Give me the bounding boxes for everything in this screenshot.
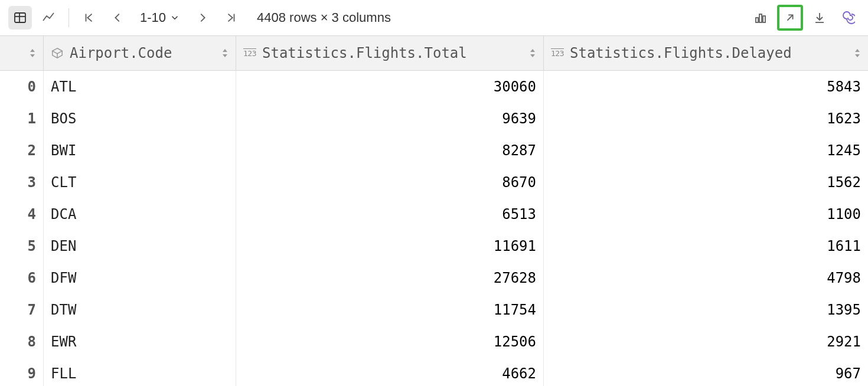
cell-delayed: 1611 (544, 230, 868, 262)
spiral-icon (841, 11, 855, 25)
chevron-left-icon (111, 11, 124, 24)
last-page-icon (224, 11, 237, 24)
toolbar: 1-10 4408 rows × 3 columns (0, 0, 868, 35)
cell-total: 8287 (236, 135, 544, 166)
sort-icon (29, 48, 36, 58)
cell-delayed: 967 (544, 358, 868, 386)
svg-rect-7 (763, 16, 765, 22)
cell-airport-code: EWR (44, 326, 236, 358)
svg-marker-15 (223, 49, 227, 52)
column-header-index[interactable] (0, 36, 44, 70)
cell-airport-code: CLT (44, 166, 236, 198)
row-index: 7 (0, 294, 44, 326)
cell-delayed: 1100 (544, 198, 868, 230)
table-row[interactable]: 5 DEN 11691 1611 (0, 230, 868, 262)
table-view-button[interactable] (8, 6, 32, 30)
cell-airport-code: DCA (44, 198, 236, 230)
sort-icon (221, 48, 229, 58)
table-row[interactable]: 0 ATL 30060 5843 (0, 71, 868, 103)
row-index: 6 (0, 262, 44, 294)
svg-marker-11 (30, 49, 35, 52)
row-index: 0 (0, 71, 44, 103)
svg-line-8 (787, 15, 792, 20)
cell-airport-code: ATL (44, 71, 236, 103)
cell-delayed: 5843 (544, 71, 868, 103)
cell-total: 8670 (236, 166, 544, 198)
row-index: 1 (0, 103, 44, 135)
ai-button[interactable] (836, 6, 860, 30)
chevron-right-icon (196, 11, 209, 24)
number-type-icon: 123 (243, 49, 256, 58)
cell-delayed: 1395 (544, 294, 868, 326)
page-range-label: 1-10 (140, 10, 166, 25)
open-in-new-button[interactable] (781, 8, 800, 27)
cell-delayed: 1245 (544, 135, 868, 166)
svg-rect-5 (756, 18, 758, 22)
table-header: Airport.Code 123 Statistics.Flights.Tota… (0, 35, 868, 71)
column-header-airport-code[interactable]: Airport.Code (44, 36, 236, 70)
sort-toggle[interactable] (854, 48, 861, 58)
row-index: 8 (0, 326, 44, 358)
open-in-new-icon (784, 11, 797, 24)
cube-icon (51, 47, 64, 60)
sort-toggle[interactable] (529, 48, 536, 58)
row-index: 4 (0, 198, 44, 230)
next-page-button[interactable] (191, 6, 214, 30)
table-row[interactable]: 3 CLT 8670 1562 (0, 166, 868, 198)
sort-toggle[interactable] (29, 48, 36, 58)
line-chart-icon (41, 11, 56, 25)
cell-delayed: 2921 (544, 326, 868, 358)
cell-total: 30060 (236, 71, 544, 103)
download-icon (812, 11, 827, 25)
bar-chart-icon (753, 11, 768, 25)
cell-airport-code: BWI (44, 135, 236, 166)
svg-marker-12 (30, 54, 35, 57)
table-body: 0 ATL 30060 5843 1 BOS 9639 1623 2 BWI 8… (0, 71, 868, 386)
cell-airport-code: BOS (44, 103, 236, 135)
svg-marker-18 (530, 54, 535, 57)
column-name: Airport.Code (70, 45, 172, 61)
table-row[interactable]: 9 FLL 4662 967 (0, 358, 868, 386)
first-page-icon (83, 11, 96, 24)
chart-view-button[interactable] (37, 6, 60, 30)
row-index: 9 (0, 358, 44, 386)
cell-airport-code: DEN (44, 230, 236, 262)
table-row[interactable]: 4 DCA 6513 1100 (0, 198, 868, 230)
open-in-new-highlight (777, 5, 803, 31)
table-row[interactable]: 6 DFW 27628 4798 (0, 262, 868, 294)
number-type-icon: 123 (551, 49, 564, 58)
column-name: Statistics.Flights.Total (262, 45, 467, 61)
sort-icon (529, 48, 536, 58)
last-page-button[interactable] (219, 6, 243, 30)
table-icon (13, 11, 27, 25)
cell-total: 11754 (236, 294, 544, 326)
row-index: 5 (0, 230, 44, 262)
table-row[interactable]: 2 BWI 8287 1245 (0, 135, 868, 166)
table-row[interactable]: 8 EWR 12506 2921 (0, 326, 868, 358)
stats-button[interactable] (749, 6, 772, 30)
column-header-total[interactable]: 123 Statistics.Flights.Total (236, 36, 544, 70)
table-row[interactable]: 1 BOS 9639 1623 (0, 103, 868, 135)
svg-marker-13 (53, 48, 63, 54)
toolbar-divider (68, 8, 69, 27)
sort-toggle[interactable] (221, 48, 229, 58)
cell-airport-code: DTW (44, 294, 236, 326)
cell-total: 12506 (236, 326, 544, 358)
cell-airport-code: FLL (44, 358, 236, 386)
prev-page-button[interactable] (106, 6, 129, 30)
column-name: Statistics.Flights.Delayed (570, 45, 792, 61)
svg-rect-0 (15, 13, 25, 22)
row-index: 3 (0, 166, 44, 198)
table-row[interactable]: 7 DTW 11754 1395 (0, 294, 868, 326)
cell-total: 11691 (236, 230, 544, 262)
cell-total: 9639 (236, 103, 544, 135)
cell-total: 27628 (236, 262, 544, 294)
column-header-delayed[interactable]: 123 Statistics.Flights.Delayed (544, 36, 868, 70)
first-page-button[interactable] (77, 6, 101, 30)
sort-icon (854, 48, 861, 58)
cell-total: 4662 (236, 358, 544, 386)
page-range-dropdown[interactable]: 1-10 (134, 10, 186, 25)
download-button[interactable] (808, 6, 831, 30)
cell-delayed: 4798 (544, 262, 868, 294)
cell-delayed: 1623 (544, 103, 868, 135)
